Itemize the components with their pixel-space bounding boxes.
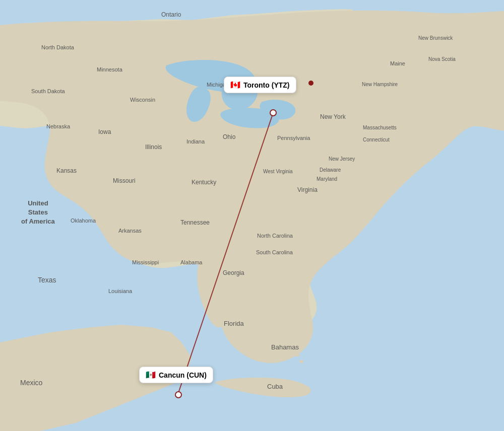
svg-point-9 bbox=[308, 81, 313, 86]
svg-point-10 bbox=[270, 110, 276, 116]
svg-point-6 bbox=[295, 353, 300, 356]
svg-point-5 bbox=[289, 348, 295, 352]
svg-point-7 bbox=[299, 360, 303, 363]
svg-rect-3 bbox=[151, 352, 504, 431]
svg-point-4 bbox=[282, 342, 290, 347]
svg-point-11 bbox=[175, 392, 181, 398]
map-container: Ontario New Brunswick Nova Scotia Maine … bbox=[0, 0, 504, 431]
